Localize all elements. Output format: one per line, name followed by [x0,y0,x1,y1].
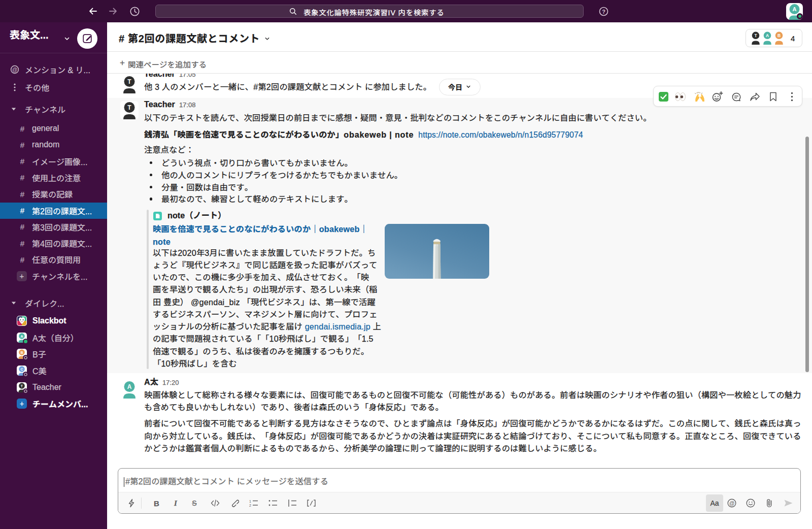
svg-text:C: C [20,367,23,371]
svg-text:@: @ [729,500,735,506]
svg-text:A: A [20,334,23,338]
svg-text:A: A [766,33,769,38]
svg-text:1: 1 [249,500,251,503]
svg-text:?: ? [602,8,605,14]
svg-text:2: 2 [249,504,251,507]
svg-text:A: A [793,6,797,12]
svg-text:A: A [127,383,132,390]
svg-text:B: B [20,351,23,354]
svg-text:T: T [127,78,131,85]
svg-text:T: T [754,33,757,38]
svg-text:B: B [777,33,781,38]
svg-text:T: T [21,384,23,387]
svg-text:T: T [127,104,131,111]
svg-text:@: @ [12,67,18,73]
